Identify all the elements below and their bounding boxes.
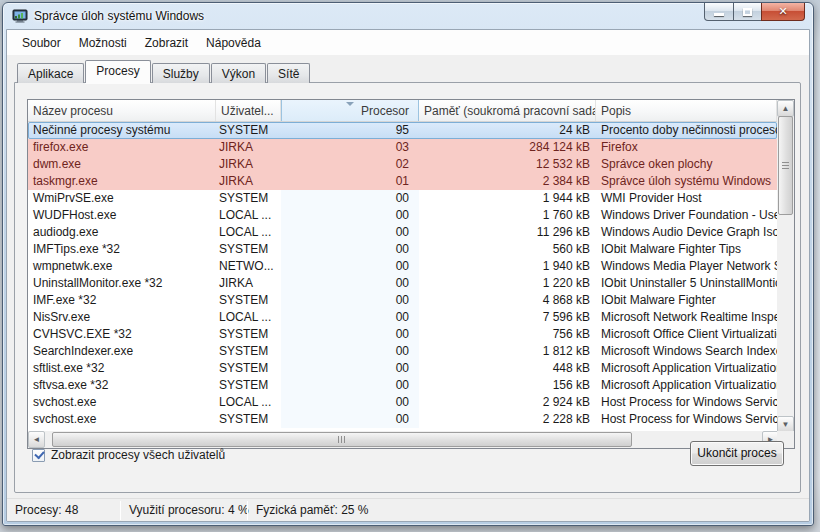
cell-cpu: 00 (281, 292, 419, 309)
horizontal-scrollbar[interactable]: ◄ ► (28, 431, 779, 448)
maximize-icon (743, 8, 752, 16)
cell-description: Microsoft Network Realtime Inspectio (596, 309, 777, 326)
cell-process-name: UninstallMonitor.exe *32 (28, 275, 216, 292)
table-row[interactable]: IMFTips.exe *32 SYSTEM 00 560 kB IObit M… (28, 241, 777, 258)
thumb-grip-icon (782, 162, 789, 169)
table-row[interactable]: WUDFHost.exe LOCAL ... 00 1 760 kB Windo… (28, 207, 777, 224)
table-header: Název procesu Uživatel... Procesor Paměť… (28, 100, 777, 122)
window-title: Správce úloh systému Windows (34, 9, 204, 23)
menu-moznosti[interactable]: Možnosti (70, 33, 136, 53)
table-row[interactable]: audiodg.exe LOCAL ... 00 11 296 kB Windo… (28, 224, 777, 241)
column-header-memory[interactable]: Paměť (soukromá pracovní sada) (419, 100, 596, 121)
close-button[interactable]: ✕ (761, 3, 805, 21)
horizontal-scrollbar-thumb[interactable] (52, 432, 632, 447)
table-row[interactable]: sftvsa.exe *32 SYSTEM 00 156 kB Microsof… (28, 377, 777, 394)
cell-user: SYSTEM (216, 190, 281, 207)
cell-process-name: svchost.exe (28, 394, 216, 411)
cell-memory: 560 kB (419, 241, 596, 258)
cell-cpu: 01 (281, 173, 419, 190)
table-row[interactable]: UninstallMonitor.exe *32 JIRKA 00 1 220 … (28, 275, 777, 292)
cell-memory: 7 596 kB (419, 309, 596, 326)
table-row[interactable]: Nečinné procesy systému SYSTEM 95 24 kB … (28, 122, 777, 139)
cell-user: SYSTEM (216, 360, 281, 377)
cell-user: LOCAL ... (216, 224, 281, 241)
cell-memory: 1 944 kB (419, 190, 596, 207)
menu-bar: Soubor Možnosti Zobrazit Nápověda (7, 30, 809, 55)
table-row[interactable]: IMF.exe *32 SYSTEM 00 4 868 kB IObit Mal… (28, 292, 777, 309)
table-row[interactable]: WmiPrvSE.exe SYSTEM 00 1 944 kB WMI Prov… (28, 190, 777, 207)
table-row[interactable]: sftlist.exe *32 SYSTEM 00 448 kB Microso… (28, 360, 777, 377)
cell-memory: 2 924 kB (419, 394, 596, 411)
show-all-users-checkbox[interactable] (32, 449, 45, 462)
cell-cpu: 00 (281, 224, 419, 241)
cell-user: JIRKA (216, 156, 281, 173)
column-header-process-name[interactable]: Název procesu (28, 100, 216, 121)
cell-process-name: SearchIndexer.exe (28, 343, 216, 360)
cell-process-name: firefox.exe (28, 139, 216, 156)
cell-user: LOCAL ... (216, 394, 281, 411)
table-row[interactable]: svchost.exe SYSTEM 00 2 228 kB Host Proc… (28, 411, 777, 428)
cell-memory: 2 384 kB (419, 173, 596, 190)
cell-memory: 1 940 kB (419, 258, 596, 275)
table-row[interactable]: SearchIndexer.exe SYSTEM 00 1 812 kB Mic… (28, 343, 777, 360)
cell-process-name: sftvsa.exe *32 (28, 377, 216, 394)
maximize-button[interactable] (733, 3, 762, 21)
cell-description: Procento doby nečinnosti procesoru (596, 122, 777, 139)
cell-cpu: 00 (281, 394, 419, 411)
cell-description: Host Process for Windows Services (596, 394, 777, 411)
table-row[interactable]: CVHSVC.EXE *32 SYSTEM 00 756 kB Microsof… (28, 326, 777, 343)
cell-process-name: IMFTips.exe *32 (28, 241, 216, 258)
process-list: Název procesu Uživatel... Procesor Paměť… (27, 99, 795, 449)
table-row[interactable]: taskmgr.exe JIRKA 01 2 384 kB Správce úl… (28, 173, 777, 190)
cell-description: Windows Audio Device Graph Isolatio (596, 224, 777, 241)
table-row[interactable]: dwm.exe JIRKA 02 12 532 kB Správce oken … (28, 156, 777, 173)
tab-aplikace[interactable]: Aplikace (17, 63, 84, 83)
column-header-user[interactable]: Uživatel... (216, 100, 281, 121)
cell-cpu: 03 (281, 139, 419, 156)
cell-user: SYSTEM (216, 292, 281, 309)
task-manager-window: Správce úloh systému Windows ✕ Soubor Mo… (2, 2, 814, 526)
scroll-up-icon[interactable]: ▲ (777, 100, 794, 117)
cell-cpu: 00 (281, 258, 419, 275)
tab-procesy[interactable]: Procesy (85, 60, 150, 83)
menu-zobrazit[interactable]: Zobrazit (136, 33, 197, 53)
menu-soubor[interactable]: Soubor (13, 33, 70, 53)
titlebar[interactable]: Správce úloh systému Windows ✕ (3, 3, 813, 29)
tab-strip: Aplikace Procesy Služby Výkon Sítě (17, 61, 311, 83)
cell-process-name: Nečinné procesy systému (28, 122, 216, 139)
end-process-button[interactable]: Ukončit proces (690, 441, 784, 466)
cell-memory: 11 296 kB (419, 224, 596, 241)
cell-user: SYSTEM (216, 411, 281, 428)
tab-site[interactable]: Sítě (267, 63, 310, 83)
menu-napoveda[interactable]: Nápověda (197, 33, 270, 53)
cell-description: Správce oken plochy (596, 156, 777, 173)
cell-cpu: 00 (281, 207, 419, 224)
cell-process-name: CVHSVC.EXE *32 (28, 326, 216, 343)
show-all-users-row[interactable]: Zobrazit procesy všech uživatelů (32, 448, 225, 462)
tab-vykon[interactable]: Výkon (211, 63, 266, 83)
tab-sluzby[interactable]: Služby (152, 63, 210, 83)
column-header-description[interactable]: Popis (596, 100, 777, 121)
cell-cpu: 00 (281, 275, 419, 292)
table-row[interactable]: svchost.exe LOCAL ... 00 2 924 kB Host P… (28, 394, 777, 411)
cell-process-name: audiodg.exe (28, 224, 216, 241)
desktop-background: Správce úloh systému Windows ✕ Soubor Mo… (0, 0, 820, 532)
status-physical-memory: Fyzická paměť: 25 % (248, 503, 379, 517)
table-row[interactable]: wmpnetwk.exe NETWO... 00 1 940 kB Window… (28, 258, 777, 275)
cell-user: LOCAL ... (216, 309, 281, 326)
cell-cpu: 00 (281, 360, 419, 377)
table-row[interactable]: firefox.exe JIRKA 03 284 124 kB Firefox (28, 139, 777, 156)
cell-description: WMI Provider Host (596, 190, 777, 207)
cell-memory: 4 868 kB (419, 292, 596, 309)
cell-process-name: sftlist.exe *32 (28, 360, 216, 377)
column-header-cpu[interactable]: Procesor (281, 100, 419, 121)
cell-process-name: IMF.exe *32 (28, 292, 216, 309)
table-row[interactable]: NisSrv.exe LOCAL ... 00 7 596 kB Microso… (28, 309, 777, 326)
cell-cpu: 00 (281, 343, 419, 360)
cell-user: SYSTEM (216, 343, 281, 360)
cell-description: Windows Media Player Network Shar (596, 258, 777, 275)
scroll-left-icon[interactable]: ◄ (28, 431, 45, 448)
minimize-button[interactable] (704, 3, 734, 21)
vertical-scrollbar[interactable]: ▲ ▼ (777, 100, 794, 433)
vertical-scrollbar-thumb[interactable] (778, 116, 793, 215)
